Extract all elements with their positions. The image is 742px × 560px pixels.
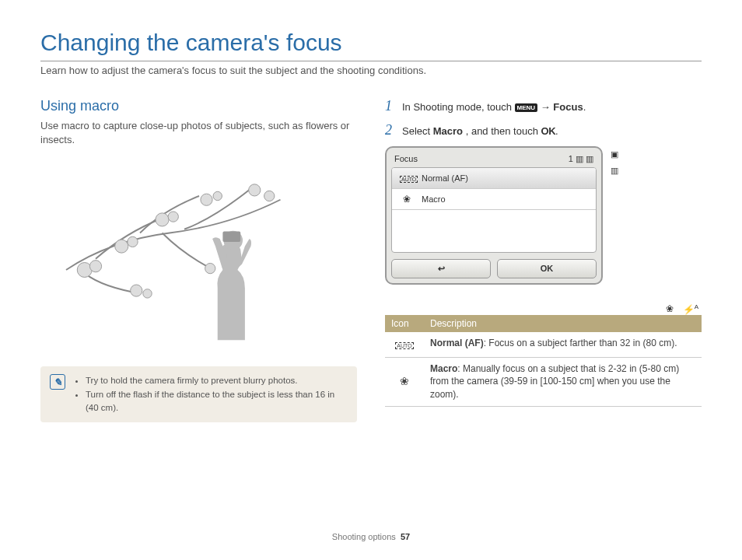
autofocus-icon: AUTO	[400, 173, 414, 184]
svg-point-9	[264, 191, 274, 201]
left-column: Using macro Use macro to capture close-u…	[40, 98, 357, 422]
step-text: Select	[402, 125, 433, 137]
table-header-desc: Description	[424, 315, 702, 332]
macro-flower-icon: ❀	[666, 303, 674, 315]
ok-icon: OK	[541, 125, 556, 137]
page-footer: Shooting options 57	[0, 532, 742, 541]
macro-flower-icon: ❀	[385, 357, 424, 406]
step-2: 2 Select Macro , and then touch OK.	[385, 122, 702, 138]
svg-point-5	[168, 212, 178, 222]
step-number: 1	[385, 98, 396, 114]
svg-point-2	[114, 240, 128, 253]
page-title: Changing the camera's focus	[40, 30, 702, 56]
arrow-icon: →	[541, 101, 554, 113]
svg-point-11	[142, 289, 151, 298]
step-number: 2	[385, 122, 396, 138]
row-title: Normal (AF)	[430, 338, 484, 348]
menu-icon: MENU	[515, 103, 538, 112]
footer-section: Shooting options	[332, 532, 396, 541]
table-row: AUTO Normal (AF): Focus on a subject far…	[385, 332, 702, 357]
option-label: Macro	[422, 194, 446, 204]
camera-screen: Focus 1 ▥ ▥ AUTO Normal (AF) ❀ Macro ↩ O…	[385, 146, 603, 285]
right-column: 1 In Shooting mode, touch MENU → Focus. …	[385, 98, 702, 422]
svg-point-12	[205, 264, 215, 274]
svg-rect-14	[222, 232, 240, 242]
tip-box: ✎ Try to hold the camera firmly to preve…	[40, 366, 357, 422]
svg-point-3	[127, 237, 137, 247]
row-text: : Manually focus on a subject that is 2-…	[430, 363, 679, 401]
step-text: , and then touch	[466, 125, 541, 137]
svg-point-10	[130, 285, 142, 296]
back-button[interactable]: ↩	[391, 259, 491, 278]
focus-option-list: AUTO Normal (AF) ❀ Macro	[391, 167, 597, 253]
svg-point-8	[248, 184, 260, 196]
tip-item: Turn off the flash if the distance to th…	[86, 388, 348, 415]
table-row: ❀ Macro: Manually focus on a subject tha…	[385, 357, 702, 406]
focus-option-normal[interactable]: AUTO Normal (AF)	[392, 168, 596, 189]
step-text-bold: Focus	[553, 101, 583, 113]
section-desc: Use macro to capture close-up photos of …	[40, 119, 357, 147]
row-title: Macro	[430, 363, 457, 374]
row-text: : Focus on a subject farther than 32 in …	[484, 338, 677, 348]
step-text-bold: Macro	[433, 125, 463, 137]
focus-option-macro[interactable]: ❀ Macro	[392, 189, 596, 210]
macro-flower-icon: ❀	[400, 194, 414, 205]
screen-counter: 1 ▥ ▥	[569, 154, 593, 164]
table-header-icon: Icon	[385, 315, 424, 332]
tip-item: Try to hold the camera firmly to prevent…	[86, 374, 348, 387]
status-icon: ▥	[611, 166, 618, 176]
option-label: Normal (AF)	[422, 173, 468, 183]
svg-point-4	[155, 213, 168, 226]
page-number: 57	[401, 532, 410, 541]
step-1: 1 In Shooting mode, touch MENU → Focus.	[385, 98, 702, 114]
status-icon: ▣	[611, 149, 618, 159]
note-icon: ✎	[50, 374, 65, 390]
svg-point-7	[213, 192, 222, 201]
icon-description-table: Icon Description AUTO Normal (AF): Focus…	[385, 315, 702, 407]
flash-icon: ⚡A	[683, 303, 698, 315]
screen-title: Focus	[394, 154, 418, 164]
step-text: In Shooting mode, touch	[402, 101, 515, 113]
svg-point-6	[200, 194, 212, 206]
section-heading: Using macro	[40, 98, 357, 114]
side-status-icons: ▣ ▥	[611, 146, 618, 176]
bottom-status-icons: ❀ ⚡A	[385, 299, 702, 315]
ok-button[interactable]: OK	[497, 259, 597, 278]
svg-point-1	[89, 261, 101, 272]
autofocus-icon: AUTO	[385, 332, 424, 357]
macro-illustration	[40, 158, 357, 352]
page-subtitle: Learn how to adjust the camera's focus t…	[40, 61, 702, 76]
